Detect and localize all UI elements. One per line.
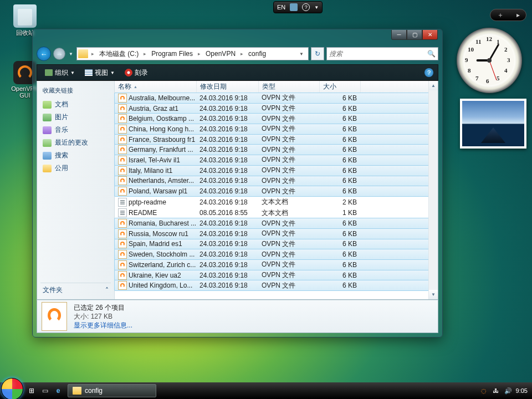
nav-back-button[interactable]: ←	[37, 47, 51, 61]
column-date[interactable]: 修改日期	[197, 81, 259, 93]
file-type: OVPN 文件	[259, 260, 320, 269]
file-name: Spain, Madrid es1	[129, 240, 197, 248]
file-row[interactable]: United Kingdom, Lo...24.03.2016 9:18OVPN…	[114, 280, 438, 291]
column-name[interactable]: 名称▲	[115, 81, 197, 93]
system-tray: ◌ 🖧 🔊 9:05	[479, 386, 532, 395]
help-button[interactable]: ?	[424, 68, 433, 77]
file-row[interactable]: Sweden, Stockholm ...24.03.2016 9:18OVPN…	[114, 249, 438, 260]
breadcrumb-sep: ▸	[238, 51, 245, 57]
file-date: 24.03.2016 9:18	[197, 240, 259, 248]
start-button[interactable]	[1, 378, 23, 399]
file-type-icon	[118, 166, 127, 175]
breadcrumb-item[interactable]: config	[247, 49, 268, 58]
nav-history-dropdown[interactable]: ▼	[68, 48, 74, 60]
breadcrumb-item[interactable]: 本地磁盘 (C:)	[98, 49, 140, 59]
file-row[interactable]: Russia, Moscow ru124.03.2016 9:18OVPN 文件…	[114, 228, 438, 239]
chevron-down-icon[interactable]: ▼	[314, 5, 319, 10]
clock-number: 3	[507, 57, 510, 63]
file-date: 24.03.2016 9:18	[197, 198, 259, 206]
sidebar-item[interactable]: 图片	[40, 111, 111, 124]
tray-clock[interactable]: 9:05	[516, 387, 528, 394]
plus-icon: ＋	[497, 11, 504, 20]
file-row[interactable]: Poland, Warsaw pl124.03.2016 9:18OVPN 文件…	[114, 186, 438, 197]
maximize-button[interactable]: ▢	[407, 30, 422, 40]
file-date: 24.03.2016 9:18	[197, 282, 259, 289]
keyboard-icon[interactable]	[290, 3, 298, 11]
file-row[interactable]: Italy, Milano it124.03.2016 9:18OVPN 文件6…	[114, 165, 438, 176]
vertical-scrollbar[interactable]: ▲ ▼	[428, 81, 438, 299]
tray-volume-icon[interactable]: 🔊	[504, 386, 513, 395]
file-row[interactable]: Austria, Graz at124.03.2016 9:18OVPN 文件6…	[114, 103, 438, 114]
file-name: Poland, Warsaw pl1	[129, 187, 197, 195]
file-size: 6 KB	[320, 136, 359, 144]
file-row[interactable]: README08.05.2016 8:55文本文档1 KB	[115, 208, 438, 219]
column-size[interactable]: 大小	[320, 81, 361, 93]
clock-gadget[interactable]: 121234567891011	[457, 28, 522, 93]
file-size: 6 KB	[320, 105, 359, 112]
breadcrumb-item[interactable]: Program Files	[150, 49, 195, 58]
file-size: 6 KB	[320, 187, 359, 195]
search-icon[interactable]: 🔍	[427, 50, 436, 58]
breadcrumb-dropdown[interactable]: ▼	[296, 52, 307, 57]
breadcrumb-bar[interactable]: ▸ 本地磁盘 (C:) ▸ Program Files ▸ OpenVPN ▸ …	[76, 47, 309, 60]
ie-icon[interactable]: e	[52, 385, 64, 397]
file-row[interactable]: Ukraine, Kiev ua224.03.2016 9:18OVPN 文件6…	[114, 270, 438, 281]
minimize-button[interactable]: ─	[391, 30, 407, 40]
scroll-up-button[interactable]: ▲	[429, 81, 438, 90]
details-more-link[interactable]: 显示更多详细信息...	[74, 321, 132, 330]
file-name: Australia, Melbourne...	[129, 94, 197, 102]
navigation-pane: 收藏夹链接 文档图片音乐最近的更改搜索公用 文件夹 ˄	[37, 81, 115, 299]
sidebar-item[interactable]: 最近的更改	[40, 136, 111, 149]
file-row[interactable]: Belgium, Oostkamp ...24.03.2016 9:18OVPN…	[114, 113, 438, 124]
refresh-button[interactable]: ↻	[311, 47, 324, 60]
details-pane: 已选定 26 个项目 大小: 127 KB 显示更多详细信息...	[37, 300, 438, 333]
file-row[interactable]: China, Hong Kong h...24.03.2016 9:18OVPN…	[114, 124, 438, 135]
taskbar-item-config[interactable]: config	[68, 384, 156, 397]
tray-openvpn-icon[interactable]: ◌	[479, 386, 488, 395]
sidebar-item[interactable]: 搜索	[40, 149, 111, 162]
close-button[interactable]: ✕	[422, 30, 438, 40]
file-row[interactable]: Switzerland, Zurich c...24.03.2016 9:18O…	[114, 259, 438, 270]
file-row[interactable]: Romania, Bucharest ...24.03.2016 9:18OVP…	[114, 218, 438, 229]
file-row[interactable]: Germany, Frankfurt ...24.03.2016 9:18OVP…	[114, 144, 438, 155]
file-date: 24.03.2016 9:18	[197, 250, 259, 258]
burn-button[interactable]: 刻录	[121, 66, 151, 79]
file-row[interactable]: France, Strasbourg fr124.03.2016 9:18OVP…	[114, 134, 438, 145]
language-bar[interactable]: EN ? ▼	[273, 1, 323, 13]
clock-number: 5	[497, 75, 500, 81]
recycle-bin-label: 回收站	[16, 29, 34, 36]
file-row[interactable]: Israel, Tel-Aviv il124.03.2016 9:18OVPN …	[114, 155, 438, 166]
file-name: Russia, Moscow ru1	[129, 230, 197, 238]
file-type-icon	[118, 281, 127, 290]
sidebar-item[interactable]: 文档	[40, 98, 111, 111]
file-row[interactable]: pptp-readme24.03.2016 9:18文本文档2 KB	[115, 197, 438, 208]
file-row[interactable]: Spain, Madrid es124.03.2016 9:18OVPN 文件6…	[114, 239, 438, 250]
file-type: 文本文档	[259, 208, 320, 218]
sidebar-item[interactable]: 音乐	[40, 124, 111, 136]
language-code[interactable]: EN	[277, 4, 285, 11]
sidebar-item-icon	[43, 101, 52, 109]
search-box[interactable]: 搜索 🔍	[326, 47, 438, 60]
file-date: 24.03.2016 9:18	[197, 272, 259, 279]
sort-asc-icon: ▲	[134, 85, 137, 89]
sidebar-gadget-control[interactable]: ＋▸	[490, 9, 526, 21]
folders-toggle[interactable]: 文件夹 ˄	[40, 283, 111, 295]
slideshow-gadget[interactable]	[460, 99, 526, 149]
chevron-down-icon: ▼	[70, 70, 75, 75]
switch-windows-icon[interactable]: ▭	[39, 385, 51, 397]
tray-network-icon[interactable]: 🖧	[492, 386, 500, 395]
file-type: OVPN 文件	[259, 176, 320, 186]
search-placeholder: 搜索	[329, 49, 342, 59]
column-type[interactable]: 类型	[259, 81, 320, 93]
views-button[interactable]: 视图▼	[81, 66, 118, 79]
breadcrumb-item[interactable]: OpenVPN	[204, 49, 237, 58]
sidebar-item[interactable]: 公用	[40, 162, 111, 175]
file-row[interactable]: Australia, Melbourne...24.03.2016 9:18OV…	[114, 93, 438, 104]
file-type-icon	[118, 260, 127, 269]
nav-forward-button[interactable]: →	[53, 48, 65, 60]
file-row[interactable]: Netherlands, Amster...24.03.2016 9:18OVP…	[114, 176, 438, 187]
scroll-down-button[interactable]: ▼	[429, 290, 438, 299]
organize-button[interactable]: 组织▼	[42, 66, 78, 79]
help-icon[interactable]: ?	[302, 3, 310, 11]
show-desktop-icon[interactable]: ⊞	[25, 385, 38, 397]
